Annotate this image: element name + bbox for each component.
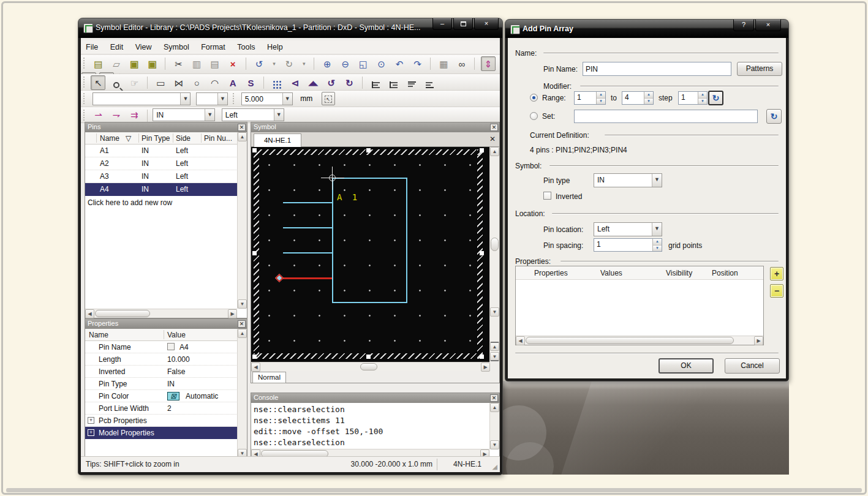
property-row-pin-name[interactable]: Pin Name A4 — [85, 341, 238, 353]
undo-button[interactable]: ↺ — [252, 56, 266, 71]
zoom-previous-button[interactable]: ↶ — [392, 56, 407, 71]
scroll-up-icon[interactable]: ▲ — [490, 147, 499, 156]
scroll-thumb[interactable] — [95, 310, 150, 317]
zoom-next-button[interactable]: ↷ — [410, 56, 425, 71]
property-row-pin-type[interactable]: Pin Type IN — [85, 378, 238, 390]
properties-vertical-scrollbar[interactable]: ▲ ▼ — [237, 329, 247, 458]
page-down-icon[interactable]: ▼ — [490, 352, 499, 361]
column-name[interactable]: Name — [89, 331, 108, 339]
zoom-in-button[interactable]: ⊕ — [320, 56, 334, 71]
range-refresh-button[interactable]: ↻ — [708, 91, 723, 105]
spinner[interactable]: ▲▼ — [652, 239, 662, 251]
chevron-down-icon[interactable]: ▼ — [652, 223, 662, 236]
selection-handle[interactable] — [366, 355, 371, 359]
chevron-down-icon[interactable]: ▼ — [652, 174, 662, 187]
pin-row[interactable]: A1 IN Left — [85, 145, 238, 157]
scroll-down-icon[interactable]: ▼ — [238, 299, 247, 309]
scroll-right-icon[interactable]: ▶ — [228, 309, 237, 318]
pin-row[interactable]: A3 IN Left — [85, 170, 238, 183]
minimize-button[interactable]: – — [432, 18, 452, 30]
view-tab-normal[interactable]: Normal — [252, 372, 286, 383]
dialog-close-button[interactable]: × — [755, 20, 781, 31]
menu-format[interactable]: Format — [196, 40, 230, 51]
column-value[interactable]: Value — [167, 331, 186, 339]
patterns-button[interactable]: Patterns — [737, 62, 782, 76]
print-button[interactable]: ▦ — [436, 56, 451, 71]
toolbar-grip[interactable] — [233, 93, 236, 104]
tab-symbol-name[interactable]: 4N-HE.1 — [254, 133, 301, 147]
open-button[interactable]: ▱ — [109, 56, 124, 71]
pin-spacing-input[interactable]: 1▲▼ — [594, 238, 662, 252]
zoom-fit-button[interactable]: ◱ — [356, 56, 371, 71]
align-right-button[interactable] — [387, 75, 401, 90]
column-position[interactable]: Position — [712, 269, 738, 277]
menu-edit[interactable]: Edit — [105, 40, 129, 51]
property-row-pcb-properties[interactable]: + Pcb Properties — [85, 415, 238, 427]
pins-horizontal-scrollbar[interactable]: ◀ ▶ — [85, 309, 237, 318]
menu-tools[interactable]: Tools — [232, 40, 260, 51]
toolbar-grip[interactable] — [83, 110, 86, 121]
zoom-area-button[interactable]: ⊙ — [374, 56, 389, 71]
column-properties[interactable]: Properties — [534, 269, 568, 277]
range-radio[interactable] — [530, 94, 538, 102]
scroll-thumb[interactable] — [526, 337, 734, 344]
inverted-checkbox[interactable] — [543, 192, 551, 200]
pin-name-input[interactable] — [583, 62, 731, 76]
toolbar-grip[interactable] — [83, 77, 86, 88]
sort-icon[interactable]: ▽ — [126, 134, 131, 143]
symbol-canvas[interactable]: A 1 — [251, 147, 490, 362]
spinner[interactable]: ▲▼ — [698, 92, 707, 104]
rectangle-tool-button[interactable]: ▭ — [153, 75, 168, 90]
pin-spacing-toggle[interactable]: ⇕ — [481, 56, 496, 71]
pin-side-combo[interactable]: Left▼ — [222, 108, 284, 121]
selection-handle[interactable] — [480, 251, 484, 255]
align-left-button[interactable] — [368, 75, 383, 90]
scroll-right-icon[interactable]: ▶ — [754, 336, 763, 345]
grid-spacing-combo[interactable]: 5.000▼ — [241, 92, 293, 105]
checkbox-icon[interactable] — [167, 343, 175, 350]
pins-vertical-scrollbar[interactable]: ▲ ▼ — [237, 132, 247, 309]
color-swatch-icon[interactable]: ⊠ — [167, 392, 179, 400]
paste-button[interactable]: ▤ — [208, 56, 222, 71]
selection-handle[interactable] — [252, 251, 257, 255]
zoom-tool-button[interactable] — [109, 75, 124, 90]
pin-a4-selected[interactable] — [282, 277, 332, 279]
page-up-icon[interactable]: ▲ — [490, 342, 499, 351]
mirror-button[interactable]: ◢◣ — [306, 75, 320, 90]
canvas-horizontal-scrollbar[interactable]: ◀ ▶ — [251, 362, 490, 371]
scroll-up-icon[interactable]: ▲ — [238, 329, 247, 338]
property-row-length[interactable]: Length 10.000 — [85, 353, 238, 366]
copy-button[interactable]: ▥ — [189, 56, 204, 71]
find-button[interactable]: ∞ — [455, 56, 469, 71]
pin-a2[interactable] — [283, 227, 332, 228]
column-visibility[interactable]: Visibility — [666, 269, 692, 277]
column-name[interactable]: Name — [100, 134, 119, 143]
help-button[interactable]: ? — [733, 20, 754, 31]
pin-row-selected[interactable]: A4 IN Left — [85, 183, 238, 196]
align-top-button[interactable] — [404, 75, 419, 90]
pan-tool-button[interactable]: ☞ — [127, 75, 142, 90]
ok-button[interactable]: OK — [659, 358, 714, 374]
expand-icon[interactable]: + — [88, 417, 94, 424]
property-row-model-properties[interactable]: + Model Properties — [85, 427, 238, 439]
scroll-down-icon[interactable]: ▼ — [490, 440, 499, 449]
tab-close-icon[interactable]: ✕ — [489, 135, 496, 143]
canvas-vertical-scrollbar[interactable]: ▲ ▼ ▲ ▼ — [489, 147, 499, 362]
selection-handle[interactable] — [252, 148, 257, 152]
expand-icon[interactable]: + — [88, 429, 94, 436]
cancel-button[interactable]: Cancel — [725, 358, 780, 374]
set-radio[interactable] — [530, 112, 538, 120]
set-refresh-button[interactable]: ↻ — [766, 109, 782, 124]
menu-view[interactable]: View — [130, 40, 157, 51]
resize-grip-icon[interactable]: ◢ — [492, 463, 497, 471]
add-new-row-hint[interactable]: Click here to add new row — [88, 198, 172, 207]
scroll-up-icon[interactable]: ▲ — [490, 403, 499, 412]
new-symbol-button[interactable]: ▤ — [91, 56, 105, 71]
scroll-up-icon[interactable]: ▲ — [238, 132, 247, 141]
console-panel-close-button[interactable]: ✕ — [490, 394, 498, 402]
column-values[interactable]: Values — [600, 269, 622, 277]
chevron-down-icon[interactable]: ▼ — [282, 93, 292, 105]
pins-panel-close-button[interactable]: ✕ — [238, 124, 246, 131]
save-button[interactable]: ▣ — [127, 56, 142, 71]
set-input[interactable] — [574, 110, 758, 123]
